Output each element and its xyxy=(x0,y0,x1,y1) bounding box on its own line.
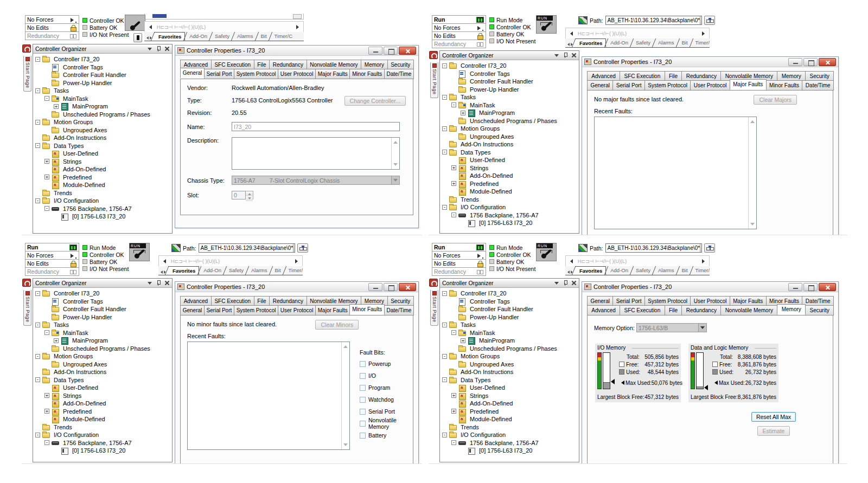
organizer-menu-button[interactable] xyxy=(554,53,559,58)
tree-item[interactable]: 1756 Backplane, 1756-A7 xyxy=(35,439,172,447)
maximize-button[interactable] xyxy=(384,283,398,291)
tree-expander[interactable] xyxy=(442,126,447,131)
instruction-tab[interactable]: Add-On xyxy=(199,266,225,275)
tree-item[interactable]: User-Defined xyxy=(35,150,172,158)
pin-icon[interactable] xyxy=(156,280,161,286)
tree-expander[interactable] xyxy=(451,330,456,335)
dialog-tab[interactable]: File xyxy=(254,296,270,305)
tree-item[interactable]: Tasks xyxy=(442,321,579,329)
tree-item[interactable]: Motion Groups xyxy=(442,125,579,133)
dialog-tab[interactable]: Minor Faults xyxy=(766,80,803,91)
browse-network-button[interactable] xyxy=(704,16,715,25)
instruction-icon[interactable]: ⊏ xyxy=(161,24,165,30)
tree-expander[interactable] xyxy=(442,150,447,154)
instruction-icon[interactable]: (L) xyxy=(621,259,627,264)
scroll-down-icon[interactable] xyxy=(393,163,398,168)
tree-item[interactable]: Add-On-Defined xyxy=(442,172,579,180)
tree-expander[interactable] xyxy=(44,393,49,398)
tree-item[interactable]: Controller I73_20 xyxy=(35,289,172,298)
instruction-icon[interactable]: ⊐ xyxy=(164,24,169,30)
dialog-tab[interactable]: Serial Port xyxy=(204,305,234,315)
rswho-icon[interactable] xyxy=(578,244,588,252)
scroll-right-icon[interactable] xyxy=(702,259,707,263)
instruction-icon[interactable]: (U) xyxy=(614,259,621,264)
dialog-tab[interactable]: Memory xyxy=(777,71,806,80)
tree-item[interactable]: Controller Tags xyxy=(35,298,172,306)
instruction-tab[interactable]: Alarms xyxy=(654,38,678,47)
close-icon[interactable] xyxy=(571,53,577,58)
tree-expander[interactable] xyxy=(54,338,59,343)
browse-network-button[interactable] xyxy=(297,243,308,253)
dialog-tab[interactable]: File xyxy=(665,305,682,315)
clear-majors-button[interactable]: Clear Majors xyxy=(754,95,797,105)
tree-item[interactable]: MainProgram xyxy=(35,102,172,111)
rswho-icon[interactable] xyxy=(171,244,181,252)
tree-item[interactable]: Add-On Instructions xyxy=(442,368,579,376)
dialog-tab[interactable]: SFC Execution xyxy=(211,60,254,69)
tree-expander[interactable] xyxy=(461,338,465,343)
instruction-icon[interactable]: ⊣/⊢ xyxy=(599,31,609,36)
dialog-tab[interactable]: Date/Time xyxy=(802,80,834,91)
close-button[interactable] xyxy=(819,58,836,66)
tree-item[interactable]: User-Defined xyxy=(35,384,172,392)
tree-item[interactable]: I/O Configuration xyxy=(442,431,579,439)
recent-faults-listbox[interactable] xyxy=(594,117,757,229)
scroll-left-icon[interactable] xyxy=(568,31,573,36)
tree-item[interactable]: Power-Up Handler xyxy=(35,79,172,87)
dialog-tab[interactable]: General xyxy=(587,80,613,91)
dialog-tab[interactable]: SFC Execution xyxy=(620,305,665,315)
instruction-tab[interactable]: Favorites xyxy=(168,266,199,275)
status-row[interactable]: Run xyxy=(432,16,486,24)
pin-icon[interactable] xyxy=(156,46,161,51)
instruction-icon[interactable]: ⊐ xyxy=(178,259,183,264)
dialog-tab[interactable]: File xyxy=(665,71,682,80)
tree-item[interactable]: Tasks xyxy=(35,321,172,329)
tree-expander[interactable] xyxy=(451,102,456,107)
instruction-tab[interactable]: Safety xyxy=(225,266,247,275)
instruction-icon[interactable]: ⊣ ⊢ xyxy=(590,259,599,264)
scroll-down-icon[interactable] xyxy=(750,223,755,228)
tree-expander[interactable] xyxy=(442,63,447,68)
tree-item[interactable]: Controller Fault Handler xyxy=(442,305,579,313)
tree-item[interactable]: Add-On-Defined xyxy=(35,165,172,173)
tree-item[interactable]: Controller I73_20 xyxy=(442,62,579,70)
path-dropdown-button[interactable] xyxy=(700,244,701,252)
tree-item[interactable]: Data Types xyxy=(442,149,579,157)
dialog-tab[interactable]: User Protocol xyxy=(690,296,730,305)
scroll-down-icon[interactable] xyxy=(343,443,348,448)
status-row[interactable]: No Forces xyxy=(25,16,79,24)
tree-expander[interactable] xyxy=(35,120,40,125)
dialog-titlebar[interactable]: Controller Properties - I73_20 xyxy=(175,282,418,292)
tree-item[interactable]: Unscheduled Programs / Phases xyxy=(442,345,579,353)
tree-item[interactable]: Module-Defined xyxy=(35,415,172,423)
dialog-tab[interactable]: File xyxy=(254,60,270,69)
pin-icon[interactable] xyxy=(563,280,568,286)
scroll-left-icon[interactable] xyxy=(161,259,166,263)
scroll-left-icon[interactable] xyxy=(568,259,573,263)
tree-expander[interactable] xyxy=(451,181,456,186)
tree-expander[interactable] xyxy=(35,57,40,62)
tree-item[interactable]: Controller I73_20 xyxy=(35,55,172,63)
dialog-tab[interactable]: User Protocol xyxy=(278,305,316,315)
status-row[interactable]: Redundancy xyxy=(25,32,79,40)
tree-item[interactable]: MainTask xyxy=(35,95,172,103)
dialog-tab[interactable]: Minor Faults xyxy=(349,304,384,314)
tree-expander[interactable] xyxy=(451,440,456,445)
instruction-icon[interactable]: (U) xyxy=(193,24,200,30)
instruction-tab[interactable]: Bit xyxy=(678,266,691,275)
instruction-tab[interactable]: Add-On xyxy=(606,266,631,275)
tree-item[interactable]: Trends xyxy=(35,423,172,432)
spin-up-icon[interactable] xyxy=(246,191,253,196)
instruction-icon[interactable]: ⊣ ⊢ xyxy=(590,31,599,36)
tree-item[interactable]: Trends xyxy=(442,423,579,432)
tree-expander[interactable] xyxy=(451,212,456,217)
checkbox[interactable] xyxy=(360,409,366,415)
tree-item[interactable]: [0] 1756-L63 I73_20 xyxy=(35,212,172,221)
close-button[interactable] xyxy=(399,47,416,55)
tree-expander[interactable] xyxy=(442,95,447,100)
status-row[interactable]: No Forces xyxy=(432,24,486,32)
dialog-tab[interactable]: Advanced xyxy=(180,296,212,305)
close-icon[interactable] xyxy=(164,280,170,286)
tree-item[interactable]: Unscheduled Programs / Phases xyxy=(35,345,172,353)
tree-item[interactable]: Add-On Instructions xyxy=(35,368,172,376)
